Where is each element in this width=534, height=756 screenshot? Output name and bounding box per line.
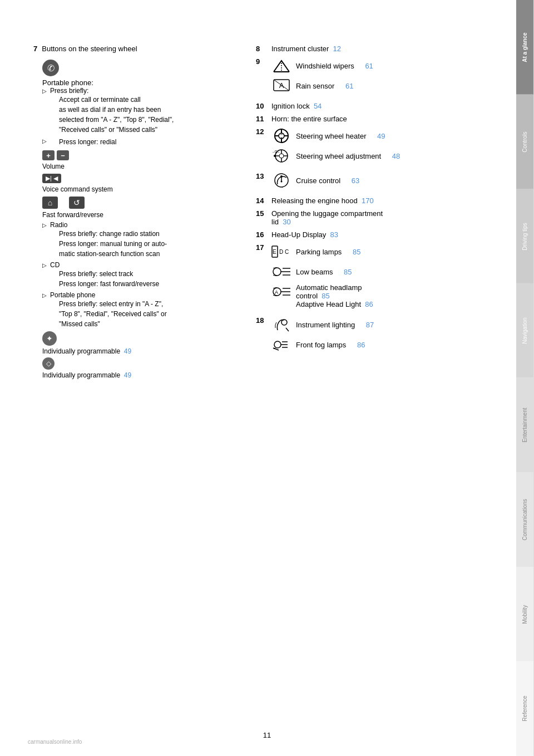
steering-heater-page: 49	[377, 132, 385, 140]
fast-forward-icons: ⌂ ↺	[42, 197, 245, 209]
section-7-title: Buttons on the steering wheel	[42, 45, 137, 53]
bullet-icon: ▷	[42, 88, 47, 135]
rain-sensor-page: 61	[345, 82, 353, 90]
phone-icon: ✆	[42, 60, 59, 76]
svg-point-12	[279, 154, 284, 158]
parking-lamps-text: Parking lamps	[296, 248, 342, 256]
cd-item: ▷ CD Press briefly: select track Press l…	[42, 261, 245, 289]
sidebar-tab-communications[interactable]: Communications	[516, 473, 534, 567]
fog-lamps-page: 86	[357, 341, 365, 349]
adaptive-head-light-page: 86	[365, 300, 373, 308]
voice-command-icon: ▶| ◀	[42, 174, 61, 183]
page-number: 11	[263, 731, 271, 739]
sidebar-tab-entertainment[interactable]: Entertainment	[516, 378, 534, 473]
sidebar-tab-at-a-glance[interactable]: At a glance	[516, 0, 534, 95]
rain-sensor-text: Rain sensor	[296, 82, 334, 90]
right-sidebar: At a glance Controls Driving tips Naviga…	[516, 0, 534, 756]
svg-text:A: A	[275, 289, 278, 295]
auto-headlamp-content: Automatic headlampcontrol 85 Adaptive He…	[296, 283, 373, 308]
cd-text2: Press longer: fast forward/reverse	[59, 279, 159, 289]
bullet-portable: ▷	[42, 292, 47, 329]
item-17: 17 E D C Parking lamps	[256, 243, 517, 312]
item-9-content: Windshield wipers 61 A Rain sensor	[271, 57, 517, 97]
item-8-content: Instrument cluster 12	[271, 45, 517, 53]
instrument-lighting-text: Instrument lighting	[296, 321, 355, 329]
item-14: 14 Releasing the engine hood 170	[256, 197, 517, 205]
item-14-content: Releasing the engine hood 170	[271, 197, 517, 205]
item-12: 12	[256, 127, 517, 168]
sidebar-tab-reference[interactable]: Reference	[516, 661, 534, 756]
item-15-content: Opening the luggage compartmentlid 30	[271, 209, 517, 226]
item-14-page: 170	[362, 197, 374, 205]
individually2-block: ◇ Individually programmable 49	[42, 357, 245, 379]
windshield-row: Windshield wipers 61	[271, 57, 517, 74]
radio-text2: Press longer: manual tuning or auto-mati…	[59, 239, 167, 259]
auto-headlamp-row: A Automatic headlampcontrol 85	[271, 283, 517, 308]
cd-text1: Press briefly: select track	[59, 269, 159, 279]
low-beams-row: Low beams 85	[271, 263, 517, 280]
item-10-content: Ignition lock 54	[271, 102, 517, 110]
reverse-icon: ↺	[69, 197, 85, 209]
item-15-number: 15	[256, 209, 267, 218]
item-16-page: 83	[330, 230, 338, 239]
steering-heater-row: Steering wheel heater 49	[271, 127, 517, 144]
item-18-number: 18	[256, 316, 267, 325]
item-8-text: Instrument cluster	[271, 45, 329, 53]
radio-label: Radio	[50, 221, 167, 229]
item-14-number: 14	[256, 197, 267, 205]
sidebar-tab-controls[interactable]: Controls	[516, 95, 534, 189]
item-17-content: E D C Parking lamps 85	[271, 243, 517, 312]
svg-point-22	[281, 181, 283, 183]
item-11: 11 Horn: the entire surface	[256, 115, 517, 123]
forward-icon: ⌂	[42, 197, 58, 209]
individually1-block: ✦ Individually programmable 49	[42, 331, 245, 355]
adaptive-head-light-text: Adaptive Head Light	[296, 300, 361, 308]
cruise-page: 63	[352, 176, 359, 185]
vol-minus-icon: −	[57, 150, 69, 160]
item-10-text: Ignition lock	[271, 102, 310, 110]
item-16-number: 16	[256, 230, 267, 239]
individually2-label: Individually programmable	[42, 371, 120, 379]
item-10-number: 10	[256, 102, 267, 110]
item-14-text: Releasing the engine hood	[271, 197, 358, 205]
windshield-icon	[271, 57, 291, 74]
press-briefly-item: ▷ Press briefly: Accept call or terminat…	[42, 87, 245, 135]
volume-icons: + −	[42, 150, 245, 160]
radio-item: ▷ Radio Press briefly: change radio stat…	[42, 221, 245, 259]
fog-lamps-text: Front fog lamps	[296, 341, 346, 349]
low-beams-text: Low beams	[296, 268, 333, 276]
steering-adjust-icon: -⊙-	[271, 148, 291, 164]
portable-phone-item: ▷ Portable phone Press briefly: select e…	[42, 291, 245, 329]
item-12-number: 12	[256, 127, 267, 136]
rain-sensor-icon: A	[271, 77, 291, 94]
press-longer-item: ▷ Press longer: redial	[42, 137, 245, 147]
radio-text1: Press briefly: change radio station	[59, 229, 167, 239]
windshield-text: Windshield wipers	[296, 62, 354, 70]
svg-point-38	[274, 341, 281, 348]
item-16: 16 Head-Up Display 83	[256, 230, 517, 239]
fast-forward-label: Fast forward/reverse	[42, 211, 245, 219]
instrument-lighting-page: 87	[366, 321, 374, 329]
sidebar-tab-driving-tips[interactable]: Driving tips	[516, 189, 534, 284]
item-9: 9 Windshield wipers 61	[256, 57, 517, 97]
right-column: 8 Instrument cluster 12 9	[256, 45, 517, 734]
individually2-page: 49	[124, 371, 131, 379]
svg-point-17	[274, 155, 276, 157]
parking-lamps-page: 85	[353, 248, 360, 256]
cd-label: CD	[50, 261, 159, 269]
svg-text:C: C	[285, 249, 289, 255]
steering-adjust-row: -⊙- Steering wheel adjustment 48	[271, 148, 517, 164]
item-13-number: 13	[256, 172, 267, 180]
svg-point-20	[280, 175, 283, 178]
fog-lamps-icon	[271, 336, 291, 353]
vol-plus-icon: +	[42, 150, 55, 160]
sidebar-tab-mobility[interactable]: Mobility	[516, 567, 534, 662]
individually1-page: 49	[124, 347, 131, 355]
item-9-number: 9	[256, 57, 267, 66]
bullet-cd: ▷	[42, 262, 47, 289]
rain-row: A Rain sensor 61	[271, 77, 517, 94]
item-13: 13 Cruise control	[256, 172, 517, 192]
sidebar-tab-navigation[interactable]: Navigation	[516, 283, 534, 378]
instrument-lighting-icon	[271, 316, 291, 333]
section-7-number: 7	[33, 45, 37, 53]
